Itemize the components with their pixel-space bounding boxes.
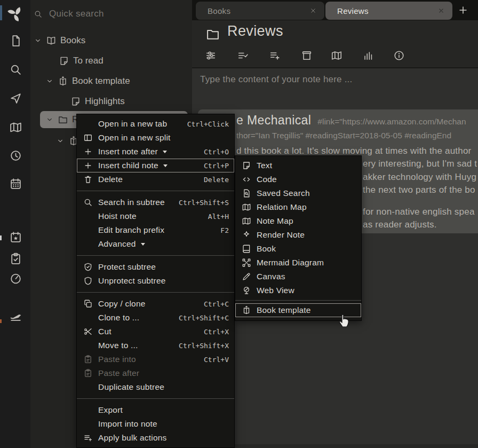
gauge-icon[interactable]	[9, 272, 22, 285]
chevron-down-icon[interactable]	[34, 36, 42, 45]
submenu-item-saved-search[interactable]: Saved Search	[235, 186, 361, 200]
menu-item-delete[interactable]: Delete Delete	[77, 172, 234, 186]
note-type-submenu: Text Code Saved Search Relation Map Note…	[235, 155, 362, 321]
calendar-icon[interactable]	[9, 177, 22, 191]
app-logo-icon	[5, 4, 25, 23]
close-icon[interactable]	[437, 7, 445, 14]
menu-item-import-into-note[interactable]: Import into note	[77, 417, 234, 431]
menu-separator	[77, 191, 234, 191]
editor-placeholder[interactable]: Type the content of your note here ...	[200, 74, 352, 85]
new-tab-button[interactable]	[457, 4, 469, 16]
caret-down-icon	[163, 151, 167, 153]
submenu-item-note-map[interactable]: Note Map	[235, 214, 361, 228]
tree-item-label: To read	[73, 56, 103, 66]
quick-search-placeholder: Quick search	[49, 9, 104, 19]
archive-box-icon[interactable]	[301, 50, 313, 61]
chevron-down-icon[interactable]	[45, 77, 54, 85]
note-title[interactable]: Reviews	[227, 23, 283, 40]
menu-item-advanced[interactable]: Advanced	[77, 237, 234, 251]
menu-item-paste-after[interactable]: Paste after	[77, 366, 234, 380]
submenu-item-render-note[interactable]: Render Note	[235, 228, 361, 242]
menu-item-hoist-note[interactable]: Hoist note Alt+H	[77, 209, 234, 223]
list-check-icon[interactable]	[237, 50, 249, 61]
submenu-item-code[interactable]: Code	[235, 172, 361, 186]
caret-down-icon	[141, 243, 145, 246]
info-circle-icon[interactable]	[393, 50, 405, 61]
split-icon	[83, 133, 94, 143]
trash-icon	[83, 175, 94, 184]
sliders-icon[interactable]	[205, 50, 217, 61]
tree-item-highlights[interactable]: Highlights	[70, 94, 125, 109]
search-icon[interactable]	[9, 63, 22, 76]
book-card-text: for non-native english spea	[363, 207, 475, 217]
close-icon[interactable]	[309, 7, 317, 14]
tree-item-books[interactable]: Books	[34, 33, 85, 48]
search-icon	[34, 10, 43, 19]
clipboard-check-icon[interactable]	[9, 252, 22, 265]
book-card-text: akker technology with Huyg	[363, 172, 476, 183]
chevron-down-icon[interactable]	[56, 137, 65, 145]
plus-icon	[83, 147, 94, 156]
folder-icon	[58, 114, 68, 125]
tree-item-to-read[interactable]: To read	[59, 53, 103, 68]
note-icon	[70, 96, 81, 107]
edge-indicator-blue	[0, 5, 2, 20]
history-clock-icon[interactable]	[9, 149, 22, 162]
chevron-down-icon[interactable]	[45, 115, 54, 124]
launcher-bar	[0, 0, 30, 448]
menu-item-copy-clone[interactable]: Copy / clone Ctrl+C	[77, 297, 234, 311]
submenu-item-web-view[interactable]: Web View	[235, 284, 361, 297]
submenu-item-mermaid-diagram[interactable]: Mermaid Diagram	[235, 256, 361, 270]
menu-item-cut[interactable]: Cut Ctrl+X	[77, 325, 234, 339]
menu-item-open-new-split[interactable]: Open in a new split	[77, 131, 234, 145]
submenu-item-canvas[interactable]: Canvas	[235, 270, 361, 284]
menu-item-duplicate-subtree[interactable]: Duplicate subtree	[77, 380, 234, 394]
shield-check-icon	[83, 262, 94, 272]
menu-item-export[interactable]: Export	[77, 403, 234, 417]
menu-separator	[77, 255, 234, 256]
globe-icon	[242, 286, 252, 295]
calendar-star-icon[interactable]	[9, 231, 22, 244]
paste-icon	[83, 368, 94, 378]
tree-item-book-template[interactable]: Book template	[45, 74, 130, 89]
menu-separator	[235, 300, 361, 301]
book-card-text: the next two parts of the bo	[363, 185, 475, 195]
book-card-text: ery interesting, but I'm sad t	[363, 159, 477, 169]
scissors-icon	[83, 327, 94, 336]
menu-item-insert-note-after[interactable]: Insert note after Ctrl+O	[77, 145, 234, 159]
menu-item-search-in-subtree[interactable]: Search in subtree Ctrl+Shift+S	[77, 195, 234, 209]
tree-context-menu: Open in a new tab Ctrl+Click Open in a n…	[76, 114, 235, 448]
tab-books[interactable]: Books	[196, 2, 324, 20]
book-plus-icon	[58, 76, 68, 87]
map-icon[interactable]	[9, 121, 22, 134]
submenu-item-book[interactable]: Book	[235, 242, 361, 256]
note-icon	[59, 56, 69, 66]
note-icon	[242, 161, 252, 170]
book-open-icon	[46, 35, 57, 46]
menu-item-insert-child-note[interactable]: Insert child note Ctrl+P	[77, 159, 234, 172]
new-note-icon[interactable]	[9, 34, 22, 48]
submenu-item-text[interactable]: Text	[235, 159, 361, 172]
menu-item-paste-into[interactable]: Paste into Ctrl+V	[77, 352, 234, 366]
menu-item-apply-bulk-actions[interactable]: Apply bulk actions	[77, 431, 234, 445]
tab-label: Reviews	[337, 6, 432, 15]
tab-reviews[interactable]: Reviews	[325, 2, 452, 20]
menu-item-protect-subtree[interactable]: Protect subtree	[77, 260, 234, 274]
caret-down-icon	[163, 164, 168, 167]
submenu-item-relation-map[interactable]: Relation Map	[235, 200, 361, 214]
menu-item-clone-to[interactable]: Clone to ... Ctrl+Shift+C	[77, 311, 234, 325]
menu-item-open-new-tab[interactable]: Open in a new tab Ctrl+Click	[77, 117, 234, 131]
send-icon[interactable]	[9, 92, 22, 105]
submenu-item-book-template[interactable]: Book template	[235, 303, 361, 317]
book-card-title[interactable]: e Mechanical	[236, 113, 311, 128]
list-plus-icon[interactable]	[269, 50, 281, 61]
map-icon[interactable]	[331, 50, 342, 61]
book-card-title-row: e Mechanical #link="https://www.amazon.c…	[236, 113, 466, 128]
tree-item-label: Highlights	[85, 96, 125, 107]
menu-item-unprotect-subtree[interactable]: Unprotect subtree	[77, 274, 234, 288]
plane-takeoff-icon[interactable]	[9, 309, 22, 323]
menu-item-move-to[interactable]: Move to ... Ctrl+Shift+X	[77, 339, 234, 352]
bar-chart-icon[interactable]	[362, 50, 374, 61]
quick-search-input[interactable]: Quick search	[30, 5, 192, 22]
menu-item-edit-branch-prefix[interactable]: Edit branch prefix F2	[77, 223, 234, 237]
